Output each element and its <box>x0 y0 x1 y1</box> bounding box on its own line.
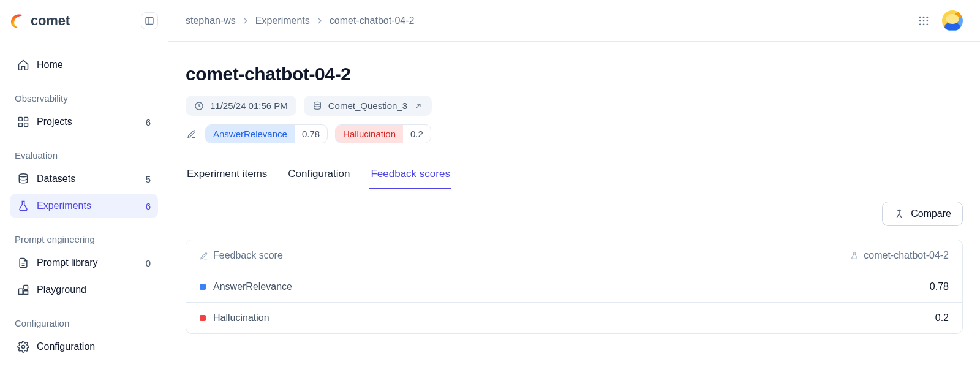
svg-point-11 <box>927 16 929 18</box>
flask-icon <box>850 251 859 260</box>
feedback-table: Feedback score comet-chatbot-04-2 Answer… <box>186 240 963 334</box>
svg-rect-2 <box>24 118 28 121</box>
svg-point-5 <box>19 174 27 177</box>
comet-logo-icon <box>10 13 26 29</box>
flask-icon <box>17 200 29 212</box>
score-tag-answer-relevance: AnswerRelevance 0.78 <box>205 124 328 143</box>
database-icon <box>312 101 322 111</box>
sidebar-item-configuration[interactable]: Configuration <box>10 335 158 359</box>
apps-menu-button[interactable] <box>913 10 935 32</box>
svg-rect-3 <box>19 123 23 127</box>
score-tags-row: AnswerRelevance 0.78 Hallucination 0.2 <box>186 124 963 143</box>
file-text-icon <box>17 257 29 269</box>
svg-rect-7 <box>24 286 28 290</box>
sidebar-item-projects[interactable]: Projects 6 <box>10 110 158 134</box>
table-row: Hallucination 0.2 <box>186 302 962 333</box>
svg-point-10 <box>923 16 925 18</box>
sidebar-nav: Home Observability Projects 6 Evaluation… <box>10 53 158 359</box>
sidebar: comet Home Observability <box>0 0 168 367</box>
tab-experiment-items[interactable]: Experiment items <box>186 161 268 189</box>
sidebar-item-playground[interactable]: Playground <box>10 278 158 302</box>
dataset-chip[interactable]: Comet_Question_3 <box>304 96 432 116</box>
blocks-icon <box>17 284 29 296</box>
compare-button[interactable]: Compare <box>882 202 963 226</box>
sidebar-item-home[interactable]: Home <box>10 53 158 77</box>
svg-point-9 <box>919 16 921 18</box>
pencil-icon <box>187 129 197 139</box>
th-label: Feedback score <box>213 250 283 260</box>
td-feedback-value: 0.2 <box>477 303 962 333</box>
tag-value: 0.78 <box>295 125 327 143</box>
nav-count: 6 <box>146 117 151 127</box>
brand-name: comet <box>31 13 70 29</box>
home-icon <box>17 59 29 71</box>
sidebar-collapse-button[interactable] <box>141 12 158 29</box>
sidebar-item-datasets[interactable]: Datasets 5 <box>10 167 158 191</box>
database-icon <box>17 173 29 185</box>
page-content: comet-chatbot-04-2 11/25/24 01:56 PM C <box>168 42 980 367</box>
th-feedback-score: Feedback score <box>186 240 477 271</box>
nav-label: Configuration <box>37 341 151 352</box>
chevron-right-icon <box>315 16 325 26</box>
td-name-text: AnswerRelevance <box>213 281 292 292</box>
svg-rect-1 <box>19 118 23 121</box>
dataset-text: Comet_Question_3 <box>328 100 407 111</box>
apps-grid-icon <box>918 15 930 27</box>
brand-logo-link[interactable]: comet <box>10 13 70 29</box>
svg-point-15 <box>919 23 921 25</box>
nav-count: 0 <box>146 258 151 268</box>
tabs: Experiment items Configuration Feedback … <box>186 161 963 189</box>
user-avatar[interactable] <box>942 10 963 31</box>
edit-tags-button[interactable] <box>186 128 198 140</box>
td-feedback-value: 0.78 <box>477 271 962 302</box>
gear-icon <box>17 341 29 353</box>
datetime-text: 11/25/24 01:56 PM <box>210 100 288 111</box>
nav-label: Projects <box>37 116 138 127</box>
topbar: stephan-ws Experiments comet-chatbot-04-… <box>168 0 980 42</box>
svg-point-19 <box>314 102 320 104</box>
sidebar-section-configuration: Configuration <box>10 318 158 328</box>
tag-value: 0.2 <box>403 125 431 143</box>
svg-point-14 <box>927 20 929 21</box>
grid-icon <box>17 116 29 128</box>
sidebar-item-experiments[interactable]: Experiments 6 <box>10 194 158 218</box>
panel-collapse-icon <box>145 16 154 26</box>
chevron-right-icon <box>241 16 251 26</box>
compare-icon <box>894 208 905 219</box>
table-header-row: Feedback score comet-chatbot-04-2 <box>186 240 962 271</box>
table-row: AnswerRelevance 0.78 <box>186 271 962 302</box>
nav-label: Datasets <box>37 173 138 184</box>
breadcrumb: stephan-ws Experiments comet-chatbot-04-… <box>186 15 414 26</box>
compare-label: Compare <box>911 208 951 219</box>
sidebar-section-observability: Observability <box>10 93 158 104</box>
nav-label: Home <box>37 59 151 70</box>
td-feedback-name: Hallucination <box>186 303 477 333</box>
tab-feedback-scores[interactable]: Feedback scores <box>369 161 451 189</box>
tag-name: AnswerRelevance <box>206 125 295 143</box>
score-tag-hallucination: Hallucination 0.2 <box>335 124 431 143</box>
page-title: comet-chatbot-04-2 <box>186 64 963 85</box>
clock-icon <box>194 101 204 111</box>
svg-point-17 <box>927 23 929 25</box>
sidebar-item-prompt-library[interactable]: Prompt library 0 <box>10 251 158 275</box>
svg-rect-4 <box>24 123 28 127</box>
svg-point-13 <box>923 20 925 21</box>
svg-point-16 <box>923 23 925 25</box>
svg-rect-6 <box>19 289 23 294</box>
th-label: comet-chatbot-04-2 <box>864 250 949 261</box>
th-experiment-col: comet-chatbot-04-2 <box>477 240 962 271</box>
datetime-chip: 11/25/24 01:56 PM <box>186 96 296 116</box>
nav-count: 5 <box>146 174 151 184</box>
nav-label: Experiments <box>37 200 138 211</box>
nav-count: 6 <box>146 201 151 211</box>
breadcrumb-workspace[interactable]: stephan-ws <box>186 15 236 26</box>
sidebar-section-prompt-eng: Prompt engineering <box>10 234 158 244</box>
tag-name: Hallucination <box>336 125 403 143</box>
tab-configuration[interactable]: Configuration <box>287 161 351 189</box>
pencil-icon <box>200 252 208 260</box>
meta-row: 11/25/24 01:56 PM Comet_Question_3 <box>186 96 963 116</box>
breadcrumb-experiments[interactable]: Experiments <box>255 15 310 26</box>
td-name-text: Hallucination <box>213 312 270 323</box>
actions-row: Compare <box>186 202 963 226</box>
series-dot-icon <box>200 284 206 290</box>
